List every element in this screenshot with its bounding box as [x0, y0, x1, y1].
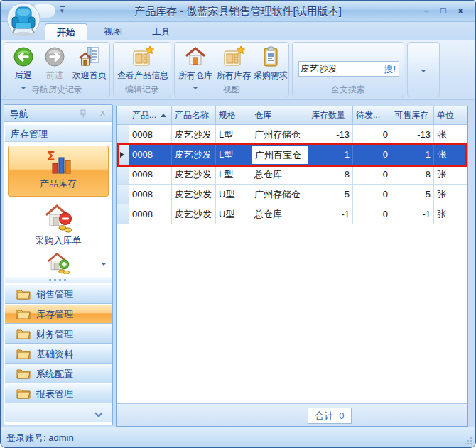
focused-cell[interactable]: 广州百宝仓: [251, 145, 308, 165]
sidebar-item-label: 采购入库单: [8, 234, 109, 247]
nav-caption-title: 导航: [10, 108, 28, 121]
column-header-pending[interactable]: 待发...: [353, 106, 391, 125]
back-button[interactable]: 后退: [9, 44, 38, 87]
warehouse-house-icon: [184, 45, 207, 68]
sidebar-group-finance[interactable]: 财务管理: [5, 324, 112, 344]
minimize-button[interactable]: –: [418, 4, 434, 17]
app-logo-chair-icon[interactable]: [5, 1, 42, 38]
ribbon-group-edit-records: 查看产品信息 编辑记录: [113, 42, 171, 97]
title-bar: ▾ 产品库存 - 傲蓝家具销售管理软件[试用版本] – □ x: [1, 1, 475, 22]
window-title: 产品库存 - 傲蓝家具销售管理软件[试用版本]: [86, 5, 390, 18]
row-header: [117, 145, 129, 165]
pin-icon[interactable]: [78, 109, 88, 119]
folder-icon: [16, 288, 31, 300]
table-footer-bar: 合计=0: [117, 403, 467, 426]
column-header-spec[interactable]: 规格: [216, 106, 251, 125]
ribbon: 后退 前进: [1, 40, 475, 100]
sidebar-item-product-inventory[interactable]: Σ 产品库存: [8, 146, 109, 197]
sidebar-group-sales[interactable]: 销售管理: [5, 284, 112, 304]
status-bar: 登录账号: admin: [1, 427, 475, 448]
section-header-inventory[interactable]: 库存管理: [5, 125, 112, 142]
folder-icon: [16, 328, 31, 339]
purchase-demand-button[interactable]: 采购需求: [251, 44, 290, 87]
sort-ascending-icon: [161, 114, 166, 117]
house-minus-coins-icon: [42, 200, 75, 233]
total-summary: 合计=0: [308, 408, 352, 424]
column-header-product-name[interactable]: 产品名称: [172, 106, 216, 125]
group-label-views: 视图: [175, 84, 288, 96]
tab-view[interactable]: 视图: [92, 23, 134, 40]
qat-customize-arrow-icon[interactable]: ▾: [60, 6, 65, 14]
row-header: [117, 165, 129, 185]
forward-arrow-icon: [43, 45, 66, 68]
folder-icon: [16, 368, 31, 379]
login-account-text: 登录账号: admin: [6, 432, 74, 444]
nav-item-dropdown-icon[interactable]: [101, 263, 107, 266]
folder-icon: [16, 348, 31, 359]
sidebar-group-inventory[interactable]: 库存管理: [5, 304, 112, 324]
group-label-edit-records: 编辑记录: [114, 84, 171, 96]
ribbon-group-views: 所有仓库 所有库存: [174, 42, 289, 97]
back-arrow-icon: [12, 45, 35, 68]
more-dropdown-icon[interactable]: [421, 70, 426, 72]
ribbon-group-nav-history: 后退 前进: [4, 42, 110, 97]
resize-grip[interactable]: [464, 437, 472, 445]
column-header-sellable[interactable]: 可售库存: [391, 106, 434, 125]
table-row[interactable]: 0008 皮艺沙发 U型 广州存储仓 5 0 5 张: [117, 185, 467, 204]
table-row[interactable]: 0008 皮艺沙发 L型 总仓库 8 0 8 张: [117, 165, 467, 185]
search-box: 搜!: [298, 61, 399, 77]
column-header-stock-qty[interactable]: 库存数量: [308, 106, 353, 125]
navigation-pane: 导航 x 库存管理 Σ 产品库存: [4, 104, 113, 425]
folder-icon: [16, 388, 31, 399]
table-corner-header: [117, 106, 129, 125]
folder-icon: [16, 308, 31, 319]
search-go-button[interactable]: 搜!: [384, 63, 396, 76]
chart-sigma-icon: Σ: [44, 149, 72, 176]
ribbon-group-fulltext-search: 搜! 全文搜索: [292, 42, 404, 97]
sidebar-item-label: 产品库存: [9, 177, 108, 190]
sidebar-item-purchase-inbound[interactable]: 采购入库单: [8, 200, 109, 248]
table-row[interactable]: 0008 皮艺沙发 L型 广州存储仓 -13 0 -13 张: [117, 125, 467, 145]
house-plus-coins-icon: [45, 250, 72, 275]
table-row-selected[interactable]: 0008 皮艺沙发 L型 广州百宝仓 1 0 1 张: [117, 145, 467, 165]
chevron-down-icon[interactable]: [94, 409, 102, 417]
sidebar-item-house-plus[interactable]: [8, 250, 109, 275]
column-header-unit[interactable]: 单位: [434, 106, 467, 125]
tab-start[interactable]: 开始: [45, 23, 87, 40]
home-page-icon: [78, 45, 101, 68]
row-header: [117, 204, 129, 224]
search-input[interactable]: [301, 62, 377, 76]
sidebar-group-reports[interactable]: 报表管理: [5, 383, 112, 403]
sidebar-group-basic-data[interactable]: 基础资料: [5, 344, 112, 364]
tab-tools[interactable]: 工具: [140, 23, 183, 40]
group-label-fulltext-search: 全文搜索: [293, 84, 404, 96]
sidebar-group-system-config[interactable]: 系统配置: [5, 364, 112, 383]
clipboard-icon: [259, 45, 282, 68]
total-value: 0: [339, 410, 344, 421]
view-product-info-button[interactable]: 查看产品信息: [115, 44, 171, 87]
column-header-warehouse[interactable]: 仓库: [251, 106, 308, 125]
maximize-button[interactable]: □: [436, 4, 451, 17]
nav-splitter-handle[interactable]: [5, 277, 112, 283]
close-button[interactable]: x: [453, 4, 468, 17]
ribbon-tab-row: 开始 视图 工具: [1, 22, 475, 40]
welcome-home-button[interactable]: 欢迎首页: [70, 44, 109, 87]
current-row-pointer-icon: [120, 152, 124, 158]
nav-caption-bar: 导航 x: [4, 105, 112, 122]
inventory-view-icon: [222, 45, 245, 68]
product-info-icon: [131, 45, 154, 68]
group-label-nav-history: 导航历史记录: [4, 84, 109, 96]
ribbon-group-more: [407, 42, 440, 97]
row-header: [117, 185, 129, 204]
forward-button[interactable]: 前进: [40, 44, 70, 87]
row-header: [117, 125, 129, 145]
nav-close-icon[interactable]: x: [100, 107, 105, 118]
all-inventory-button[interactable]: 所有库存: [215, 44, 253, 87]
svg-text:Σ: Σ: [47, 149, 55, 163]
all-warehouses-button[interactable]: 所有仓库: [176, 44, 215, 87]
app-window: ▾ 产品库存 - 傲蓝家具销售管理软件[试用版本] – □ x 开始 视图 工具: [0, 0, 476, 448]
column-header-product-code[interactable]: 产品...: [129, 106, 172, 125]
inventory-table: 产品... 产品名称 规格 仓库 库存数量 待发... 可售库存 单位 0008…: [116, 106, 468, 427]
table-row[interactable]: 0008 皮艺沙发 U型 总仓库 -1 0 -1 张: [117, 204, 467, 224]
sidebar-footer-bar: [5, 403, 112, 422]
